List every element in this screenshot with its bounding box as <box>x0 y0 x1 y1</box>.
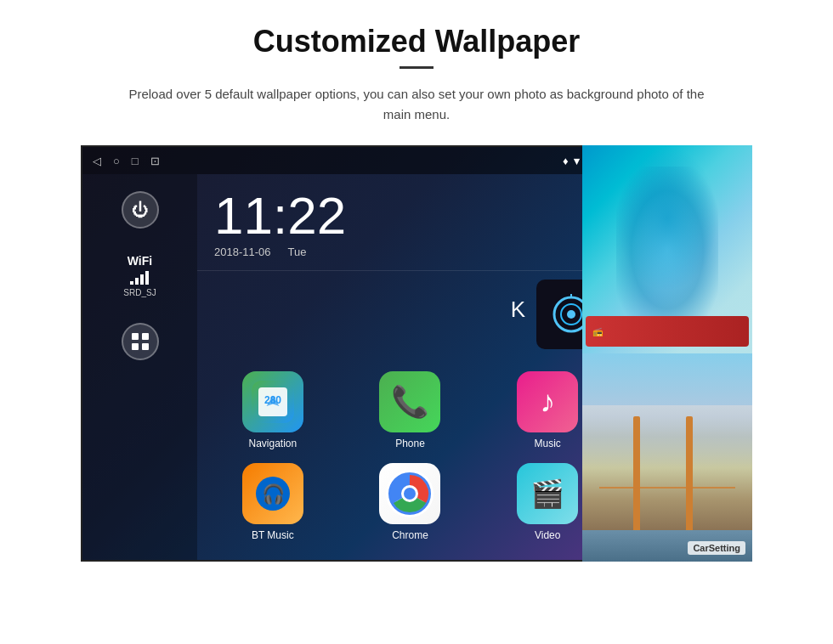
app-label-btmusic: BT Music <box>252 529 294 541</box>
app-icon-chrome <box>379 463 440 524</box>
center-content: 11:22 2018-11-06 Tue <box>197 174 623 560</box>
svg-point-17 <box>404 488 416 500</box>
wifi-widget: WiFi SRD_SJ <box>123 254 156 297</box>
title-divider <box>400 66 434 69</box>
app-icon-video: 🎬 <box>517 463 578 524</box>
app-label-music: Music <box>534 438 560 449</box>
app-label-phone: Phone <box>395 438 425 449</box>
bt-icon: 🎧 <box>256 477 290 511</box>
app-label-video: Video <box>535 529 560 541</box>
grid-icon <box>131 332 150 351</box>
apps-grid-button[interactable] <box>122 323 159 360</box>
svg-text:🎧: 🎧 <box>261 483 285 506</box>
clock-day: Tue <box>288 246 307 258</box>
svg-rect-3 <box>142 343 149 350</box>
status-bar-left: ◁ ○ □ ⊡ <box>93 155 160 167</box>
power-icon: ⏻ <box>132 201 149 220</box>
app-item-chrome[interactable]: Chrome <box>348 463 473 541</box>
app-icon-phone: 📞 <box>379 371 440 432</box>
main-content: ⏻ WiFi SRD_SJ <box>82 174 623 560</box>
screenshot-icon[interactable]: ⊡ <box>150 155 160 167</box>
recents-icon[interactable]: □ <box>132 155 139 167</box>
carsetting-label: CarSetting <box>688 541 745 555</box>
page-title: Customized Wallpaper <box>253 24 581 59</box>
svg-rect-1 <box>142 333 149 340</box>
status-bar: ◁ ○ □ ⊡ ♦ ▾ 11:22 <box>82 147 623 174</box>
app-icon-music: ♪ <box>517 371 578 432</box>
apps-grid: 280 Navigation 📞 Phone <box>197 358 623 555</box>
chrome-svg-icon <box>386 470 434 517</box>
app-item-phone[interactable]: 📞 Phone <box>348 371 473 449</box>
wifi-ssid: SRD_SJ <box>123 288 156 297</box>
wallpaper-ice-cave[interactable]: 📻 <box>582 145 752 353</box>
date-display: 2018-11-06 Tue <box>214 246 606 258</box>
phone-icon: 📞 <box>391 384 429 420</box>
wifi-bars <box>130 271 149 285</box>
app-icon-btmusic: 🎧 <box>242 463 303 524</box>
wifi-bar-4 <box>145 271 149 285</box>
wifi-status-icon: ▾ <box>574 155 580 167</box>
clock-time: 11:22 <box>214 189 606 242</box>
wifi-bar-1 <box>130 281 133 285</box>
page-subtitle: Preload over 5 default wallpaper options… <box>119 84 714 125</box>
wallpaper-golden-gate[interactable]: CarSetting <box>582 353 752 562</box>
screenshot-area: ◁ ○ □ ⊡ ♦ ▾ 11:22 ⏻ <box>81 145 752 562</box>
video-icon: 🎬 <box>530 477 564 510</box>
power-button[interactable]: ⏻ <box>122 191 159 229</box>
wifi-bar-3 <box>140 274 144 285</box>
home-icon[interactable]: ○ <box>113 155 120 167</box>
top-apps-row: K B <box>197 271 623 358</box>
k-letter: K <box>511 297 525 323</box>
page-container: Customized Wallpaper Preload over 5 defa… <box>0 0 833 644</box>
location-icon: ♦ <box>563 155 569 167</box>
android-screen: ◁ ○ □ ⊡ ♦ ▾ 11:22 ⏻ <box>81 145 625 562</box>
wifi-bar-2 <box>135 278 139 285</box>
music-icon: ♪ <box>540 384 555 420</box>
left-sidebar: ⏻ WiFi SRD_SJ <box>82 174 197 560</box>
app-item-navigation[interactable]: 280 Navigation <box>211 371 335 449</box>
svg-point-6 <box>567 310 575 319</box>
radio-overlay-bar: 📻 <box>586 316 749 347</box>
app-label-navigation: Navigation <box>248 438 297 449</box>
wallpaper-thumbnails: 📻 CarSetting <box>582 145 752 562</box>
app-icon-navigation: 280 <box>242 371 303 432</box>
navigation-icon: 280 <box>252 381 294 423</box>
clock-area: 11:22 2018-11-06 Tue <box>197 174 623 271</box>
svg-rect-0 <box>132 333 139 340</box>
clock-date: 2018-11-06 <box>214 246 271 258</box>
app-label-chrome: Chrome <box>392 529 428 541</box>
back-icon[interactable]: ◁ <box>93 155 101 167</box>
svg-rect-2 <box>132 343 139 350</box>
radio-overlay-label: 📻 <box>592 327 603 336</box>
wifi-label: WiFi <box>128 254 152 268</box>
app-item-btmusic[interactable]: 🎧 BT Music <box>211 463 335 541</box>
